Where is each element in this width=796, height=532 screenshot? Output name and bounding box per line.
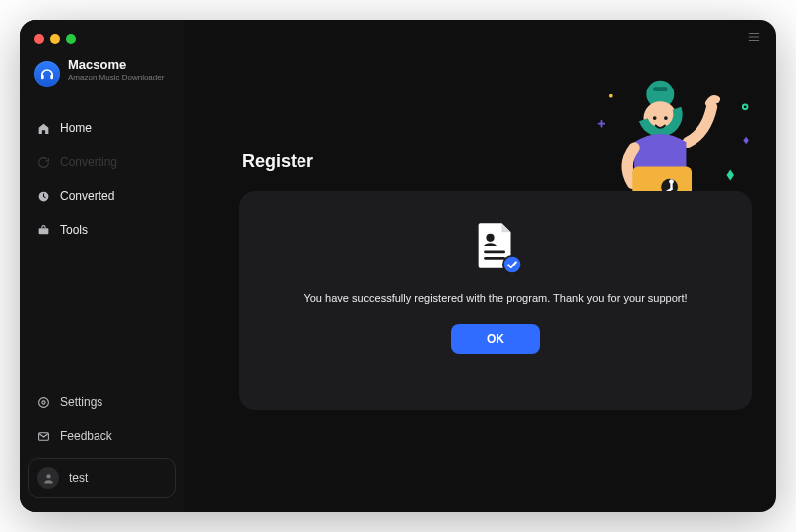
svg-point-12 [743, 105, 748, 110]
svg-point-4 [41, 400, 44, 403]
menu-icon[interactable] [746, 30, 762, 48]
close-icon[interactable] [34, 34, 44, 44]
sidebar: Macsome Amazon Music Downloader Home Con… [20, 20, 184, 512]
register-success-card: You have successfully registered with th… [239, 191, 752, 410]
sidebar-item-feedback[interactable]: Feedback [28, 421, 176, 450]
svg-point-5 [38, 397, 48, 407]
svg-point-17 [653, 116, 657, 120]
sidebar-item-label: Settings [60, 395, 102, 409]
sidebar-item-converting: Converting [28, 147, 176, 177]
brand-logo-icon [34, 61, 60, 87]
svg-point-15 [644, 101, 678, 135]
app-window: Macsome Amazon Music Downloader Home Con… [20, 20, 776, 512]
svg-point-18 [664, 116, 668, 120]
svg-point-7 [46, 474, 50, 478]
brand-name: Macsome [68, 58, 164, 72]
svg-rect-14 [653, 87, 668, 91]
sidebar-item-label: Feedback [60, 429, 112, 443]
success-message: You have successfully registered with th… [294, 290, 696, 306]
window-controls [28, 30, 176, 54]
ok-button[interactable]: OK [451, 324, 540, 354]
maximize-icon[interactable] [66, 34, 76, 44]
svg-point-16 [638, 92, 683, 137]
svg-rect-23 [484, 251, 505, 254]
sidebar-bottom: Settings Feedback test [28, 387, 176, 502]
account-name: test [69, 471, 88, 485]
account-button[interactable]: test [28, 458, 176, 498]
svg-rect-3 [38, 228, 48, 234]
svg-rect-0 [41, 75, 44, 80]
svg-rect-1 [50, 75, 53, 80]
sidebar-item-converted[interactable]: Converted [28, 181, 176, 211]
page-title: Register [242, 151, 758, 172]
sidebar-item-home[interactable]: Home [28, 113, 176, 143]
svg-point-11 [609, 94, 613, 98]
brand-subtitle: Amazon Music Downloader [68, 74, 164, 89]
main-area: Register [184, 20, 776, 512]
svg-point-21 [669, 179, 674, 184]
toolbox-icon [36, 223, 50, 237]
document-check-icon [475, 221, 516, 270]
sidebar-item-label: Converting [60, 155, 117, 169]
clock-icon [36, 189, 50, 203]
minimize-icon[interactable] [50, 34, 60, 44]
svg-point-13 [646, 81, 674, 108]
sidebar-item-label: Tools [60, 223, 88, 237]
gear-icon [36, 395, 50, 409]
svg-point-22 [486, 234, 494, 242]
sidebar-item-label: Converted [60, 189, 114, 203]
sidebar-item-tools[interactable]: Tools [28, 215, 176, 245]
home-icon [36, 121, 50, 135]
mail-icon [36, 429, 50, 443]
avatar-icon [37, 467, 59, 489]
sidebar-item-label: Home [60, 121, 92, 135]
primary-nav: Home Converting Converted Tools [28, 113, 176, 245]
brand: Macsome Amazon Music Downloader [28, 54, 176, 99]
converting-icon [36, 155, 50, 169]
sidebar-item-settings[interactable]: Settings [28, 387, 176, 417]
